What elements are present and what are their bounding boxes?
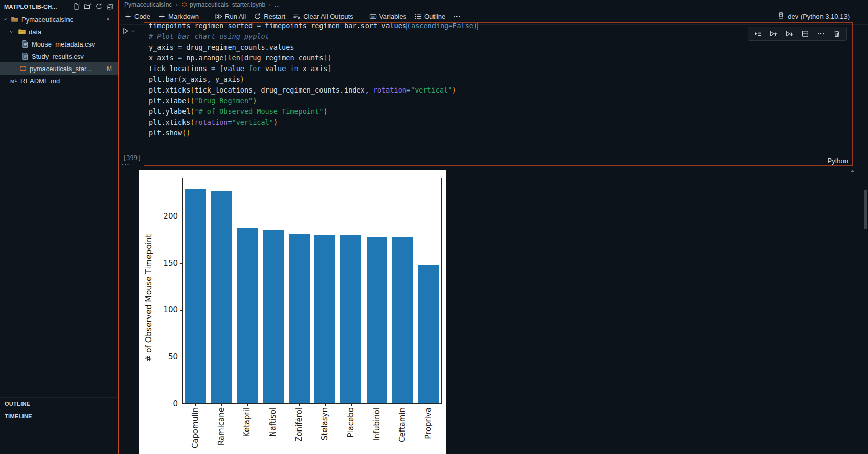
tree-item-label: README.md bbox=[20, 77, 60, 85]
run-all-button[interactable]: Run All bbox=[215, 13, 246, 20]
explorer-sidebar: MATPLOTLIB-CH... PymaceuticalsIncdataMou… bbox=[0, 0, 118, 454]
new-folder-icon[interactable] bbox=[84, 3, 92, 10]
x-tick-label: Naftisol bbox=[268, 407, 278, 437]
x-tick-label: Ceftamin bbox=[398, 407, 407, 442]
breadcrumb-item[interactable]: ... bbox=[275, 1, 280, 8]
variables-button[interactable]: (x)Variables bbox=[369, 13, 406, 20]
tree-item-label: pymaceuticals_star... bbox=[30, 65, 92, 73]
x-tick-mark bbox=[299, 404, 300, 406]
git-modified-badge: M bbox=[107, 65, 112, 72]
y-tick-label: 200 bbox=[146, 212, 178, 221]
tree-item-file-pymaceuticals-starter[interactable]: pymaceuticals_star...M bbox=[0, 62, 118, 75]
jupyter-icon bbox=[19, 64, 27, 73]
delete-cell-button[interactable] bbox=[833, 30, 841, 38]
vscode-window: MATPLOTLIB-CH... PymaceuticalsIncdataMou… bbox=[0, 0, 868, 454]
chevron-down-icon bbox=[130, 29, 135, 34]
breadcrumb-item-label: ... bbox=[275, 1, 280, 8]
toolbar-divider bbox=[361, 13, 361, 20]
x-tick-mark bbox=[195, 404, 196, 406]
file-tree: PymaceuticalsIncdataMouse_metadata.csvSt… bbox=[0, 12, 118, 87]
code-line: plt.xticks(tick_locations, drug_regimen_… bbox=[149, 85, 851, 96]
code-line: x_axis = np.arange(len(drug_regimen_coun… bbox=[149, 53, 851, 63]
tree-item-file-mouse-metadata[interactable]: Mouse_metadata.csv bbox=[0, 38, 118, 50]
x-tick-label: Capomulin bbox=[191, 407, 200, 448]
code-line: plt.bar(x_axis, y_axis) bbox=[149, 74, 851, 85]
tree-item-label: PymaceuticalsInc bbox=[21, 16, 73, 24]
execute-above-button[interactable] bbox=[769, 30, 778, 38]
more-cell-actions-button[interactable] bbox=[817, 30, 825, 38]
chevron-down-icon bbox=[2, 16, 8, 22]
x-tick-label: Propriva bbox=[424, 407, 433, 439]
scrollbar-thumb[interactable] bbox=[864, 190, 867, 229]
code-line: plt.xticks(rotation="vertical") bbox=[149, 117, 851, 128]
plus-icon bbox=[158, 13, 166, 20]
toolbar-item-label: Clear All Outputs bbox=[303, 13, 353, 20]
tree-item-file-readme[interactable]: MREADME.md bbox=[0, 75, 118, 87]
breadcrumb-item[interactable]: pymaceuticals_starter.ipynb bbox=[181, 1, 265, 8]
chart-output-image: 050100150200CapomulinRamicaneKetaprilNaf… bbox=[139, 170, 446, 454]
sidebar-section-timeline[interactable]: TIMELINE bbox=[0, 410, 118, 422]
explorer-header: MATPLOTLIB-CH... bbox=[0, 0, 118, 12]
x-tick-mark bbox=[377, 404, 377, 406]
new-file-icon[interactable] bbox=[73, 3, 80, 10]
x-tick-label: Placebo bbox=[346, 407, 355, 438]
kernel-label: dev (Python 3.10.13) bbox=[788, 13, 850, 20]
tree-item-folder-data[interactable]: data bbox=[0, 26, 118, 38]
restart-icon bbox=[254, 13, 261, 20]
toolbar-item-label: Run All bbox=[225, 13, 246, 20]
sidebar-section-outline[interactable]: OUTLINE bbox=[0, 397, 118, 410]
restart-button[interactable]: Restart bbox=[254, 13, 285, 20]
x-tick-mark bbox=[247, 404, 248, 406]
add-markdown-cell-button[interactable]: Markdown bbox=[158, 13, 199, 20]
more-toolbar-actions-button[interactable] bbox=[453, 13, 461, 20]
code-editor[interactable]: timepoints_regimen_sorted = timepoints_r… bbox=[149, 22, 851, 139]
toolbar-item-label: Code bbox=[134, 13, 150, 20]
x-tick-label: Stelasyn bbox=[320, 407, 329, 440]
svg-text:M: M bbox=[10, 78, 14, 84]
run-cell-button[interactable] bbox=[122, 27, 135, 35]
outline-button[interactable]: Outline bbox=[414, 13, 445, 20]
sidebar-resize-sash[interactable] bbox=[118, 0, 119, 454]
toolbar-item-label: Variables bbox=[379, 13, 406, 20]
x-tick-mark bbox=[273, 404, 273, 406]
split-cell-button[interactable] bbox=[801, 30, 809, 38]
tree-item-folder-pymaceuticalsinc[interactable]: PymaceuticalsInc bbox=[0, 13, 118, 26]
cell-language-picker[interactable]: Python bbox=[828, 157, 848, 165]
scroll-up-arrow[interactable] bbox=[849, 168, 856, 174]
collapse-folders-icon[interactable] bbox=[106, 3, 114, 10]
kernel-picker[interactable]: dev (Python 3.10.13) bbox=[777, 9, 850, 24]
ellipsis-icon bbox=[453, 13, 461, 20]
breadcrumb-item[interactable]: PymaceuticalsInc bbox=[124, 1, 172, 8]
modified-dot-badge bbox=[105, 16, 111, 22]
execute-below-button[interactable] bbox=[785, 30, 793, 38]
tree-item-label: data bbox=[29, 28, 41, 36]
notebook-editor: PymaceuticalsInc›pymaceuticals_starter.i… bbox=[119, 0, 868, 454]
x-tick-label: Infubinol bbox=[372, 407, 381, 441]
breadcrumb: PymaceuticalsInc›pymaceuticals_starter.i… bbox=[124, 0, 280, 9]
cell-toolbar bbox=[748, 27, 847, 41]
code-line: timepoints_regimen_sorted = timepoints_r… bbox=[149, 22, 851, 31]
variables-icon: (x) bbox=[369, 13, 377, 20]
execute-cell-actions-button[interactable] bbox=[753, 30, 762, 38]
output-options-button[interactable]: ⋯ bbox=[121, 159, 129, 169]
tree-item-label: Mouse_metadata.csv bbox=[32, 40, 95, 48]
clear-all-outputs-button[interactable]: Clear All Outputs bbox=[293, 13, 353, 20]
code-line: plt.xlabel("Drug Regimen") bbox=[149, 96, 851, 106]
sidebar-sections: OUTLINETIMELINE bbox=[0, 397, 118, 422]
run-all-icon bbox=[215, 13, 222, 20]
code-line: y_axis = drug_regimen_counts.values bbox=[149, 42, 851, 53]
toolbar-item-label: Outline bbox=[424, 13, 445, 20]
x-tick-mark bbox=[351, 404, 352, 406]
y-axis-label: # of Observed Mouse Timepoint bbox=[144, 234, 153, 362]
code-line: tick_locations = [value for value in x_a… bbox=[149, 63, 851, 74]
x-tick-mark bbox=[221, 404, 222, 406]
x-tick-label: Zoniferol bbox=[294, 407, 304, 442]
refresh-explorer-icon[interactable] bbox=[95, 3, 103, 10]
y-tick-mark bbox=[180, 404, 182, 404]
tree-item-file-study-results[interactable]: Study_results.csv bbox=[0, 50, 118, 62]
folder-data-icon bbox=[18, 28, 26, 36]
breadcrumb-item-label: PymaceuticalsInc bbox=[124, 1, 172, 8]
toolbar-item-label: Restart bbox=[264, 13, 285, 20]
code-line: plt.ylabel("# of Observed Mouse Timepoin… bbox=[149, 106, 851, 117]
add-code-cell-button[interactable]: Code bbox=[124, 13, 150, 20]
